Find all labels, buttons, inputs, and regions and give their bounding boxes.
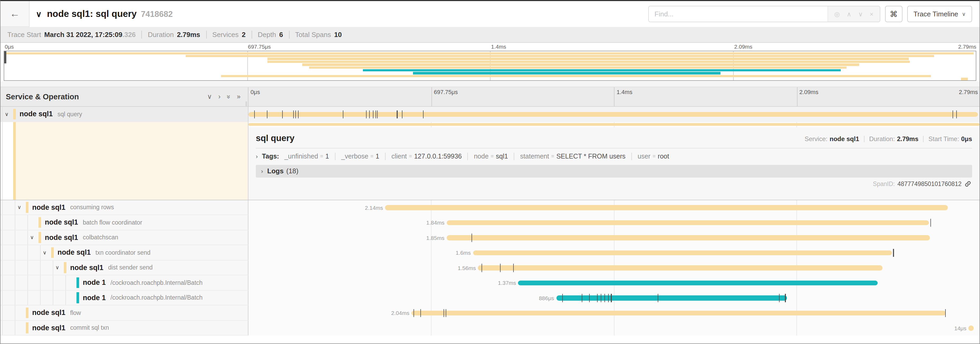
indent-guide — [2, 290, 3, 305]
minimap-span-bar — [221, 75, 931, 77]
clear-icon[interactable]: × — [870, 11, 873, 17]
log-marker-tick — [420, 309, 421, 317]
find-input[interactable] — [649, 6, 827, 22]
detail-body: sql query Service: node sql1 Duration: 2… — [248, 127, 980, 200]
span-bar[interactable] — [385, 205, 948, 210]
collapse-all-right-icon[interactable]: › — [218, 94, 221, 100]
span-operation-name: dist sender send — [108, 264, 153, 271]
tag-value: 127.0.0.1:59936 — [414, 152, 462, 160]
find-box: ◎∧∨× — [648, 6, 880, 22]
span-timeline-cell[interactable]: 886μs — [248, 290, 980, 306]
span-tree-cell[interactable]: node 1/cockroach.roachpb.Internal/Batch — [0, 275, 248, 290]
span-timeline-cell[interactable] — [248, 107, 980, 122]
span-bar[interactable] — [968, 325, 974, 331]
selected-span-bar[interactable] — [248, 123, 980, 126]
span-accent-bar — [38, 232, 41, 243]
span-timeline-cell[interactable]: 14μs — [248, 320, 980, 336]
span-timeline-cell[interactable]: 2.04ms — [248, 306, 980, 320]
span-operation-name: sql query — [57, 111, 82, 117]
collapse-all-down-icon[interactable]: ∨ — [207, 94, 212, 100]
indent-guide — [53, 275, 53, 290]
span-bar[interactable] — [473, 250, 892, 255]
tag-key: node — [474, 152, 489, 160]
locate-icon[interactable]: ◎ — [834, 11, 840, 17]
chevron-down-icon[interactable]: ∨ — [56, 265, 59, 270]
indent-guide — [15, 215, 15, 230]
meta-separator — [289, 30, 289, 38]
tags-row[interactable]: › Tags: _unfinished=1_verbose=1client=12… — [256, 152, 972, 160]
span-bar[interactable] — [447, 235, 930, 240]
chevron-down-icon[interactable]: ∨ — [43, 250, 47, 256]
span-operation-name: colbatchscan — [83, 234, 118, 241]
expand-all-right-icon[interactable]: » — [237, 94, 240, 100]
log-marker-tick — [298, 110, 299, 118]
indent-guide — [27, 215, 28, 230]
span-tree-cell[interactable]: node sql1batch flow coordinator — [0, 215, 248, 230]
indent-guide — [15, 260, 15, 275]
span-tree-cell[interactable]: ∨node sql1dist sender send — [0, 260, 248, 275]
span-accent-bar — [13, 122, 16, 200]
span-bar[interactable] — [248, 112, 978, 117]
span-tree-cell[interactable]: ∨node sql1sql query — [0, 107, 248, 122]
tag-equals: = — [551, 153, 554, 159]
timeline-minimap[interactable] — [4, 51, 976, 81]
log-marker-tick — [444, 309, 444, 317]
tag-value: SELECT * FROM users — [557, 152, 625, 160]
span-timeline-cell[interactable]: 1.37ms — [248, 275, 980, 290]
span-row: node sql1batch flow coordinator1.84ms — [0, 215, 980, 230]
span-tree-cell[interactable]: ∨node sql1consuming rows — [0, 200, 248, 215]
ruler-column: 697.75μs — [431, 87, 614, 106]
minimap-left-scrubber[interactable] — [4, 51, 6, 63]
span-bar[interactable] — [447, 220, 929, 225]
chevron-down-icon[interactable]: ∨ — [30, 235, 34, 240]
span-bar[interactable] — [478, 265, 882, 270]
log-marker-tick — [562, 294, 563, 302]
indent-guide — [15, 200, 15, 214]
chevron-down-icon[interactable]: ∨ — [18, 205, 21, 210]
indent-guide — [27, 260, 28, 275]
duration-value: 2.79ms — [897, 135, 918, 142]
meta-separator — [251, 30, 252, 38]
span-row: ∨node sql1dist sender send1.56ms — [0, 260, 980, 275]
indent-guide — [27, 275, 28, 290]
log-marker-tick — [952, 110, 953, 118]
span-timeline-cell[interactable]: 1.6ms — [248, 245, 980, 260]
trace-collapse-chevron-icon[interactable]: ∨ — [36, 9, 42, 19]
meta-label: Duration — [148, 30, 174, 38]
span-bar[interactable] — [411, 310, 946, 315]
span-row: node sql1flow2.04ms — [0, 306, 980, 320]
indent-guide — [53, 290, 53, 305]
span-tree-cell[interactable]: node 1/cockroach.roachpb.Internal/Batch — [0, 290, 248, 306]
indent-guide — [15, 290, 15, 305]
expand-all-down-icon[interactable]: » — [226, 95, 232, 99]
start-time-label: Start Time: — [929, 135, 959, 142]
span-tree-cell[interactable]: node sql1commit sql txn — [0, 320, 248, 336]
span-timeline-cell[interactable]: 1.56ms — [248, 260, 980, 275]
span-tree-cell[interactable]: ∨node sql1colbatchscan — [0, 230, 248, 245]
span-timeline-cell[interactable]: 1.85ms — [248, 230, 980, 245]
span-bar[interactable] — [556, 295, 787, 301]
span-row: ∨node sql1colbatchscan1.85ms — [0, 230, 980, 245]
span-bar[interactable] — [518, 280, 878, 285]
meta-separator — [206, 30, 207, 38]
chevron-down-icon[interactable]: ∨ — [5, 111, 9, 117]
prev-match-icon[interactable]: ∧ — [847, 11, 851, 17]
service-operation-header: Service & Operation ∨ › » » ∥ — [0, 87, 248, 106]
copy-link-icon[interactable] — [965, 181, 971, 187]
span-operation-name: consuming rows — [70, 204, 114, 211]
span-tree-cell[interactable]: ∨node sql1txn coordinator send — [0, 245, 248, 260]
span-tree-cell[interactable]: node sql1flow — [0, 306, 248, 320]
indent-guide — [27, 230, 28, 245]
trace-view-selector[interactable]: Trace Timeline ∨ — [907, 6, 972, 22]
span-timeline-cell[interactable]: 2.14ms — [248, 200, 980, 215]
next-match-icon[interactable]: ∨ — [858, 11, 863, 17]
back-button[interactable]: ← — [0, 1, 30, 27]
keyboard-shortcuts-button[interactable]: ⌘ — [885, 6, 902, 22]
span-accent-bar — [76, 292, 79, 303]
tag-item: statement=SELECT * FROM users — [514, 152, 632, 160]
minimap-span-bar — [413, 72, 720, 75]
logs-row[interactable]: › Logs (18) — [256, 165, 972, 177]
span-row: node 1/cockroach.roachpb.Internal/Batch1… — [0, 275, 980, 290]
column-resize-grip[interactable]: ∥ — [245, 101, 247, 106]
span-timeline-cell[interactable]: 1.84ms — [248, 215, 980, 230]
